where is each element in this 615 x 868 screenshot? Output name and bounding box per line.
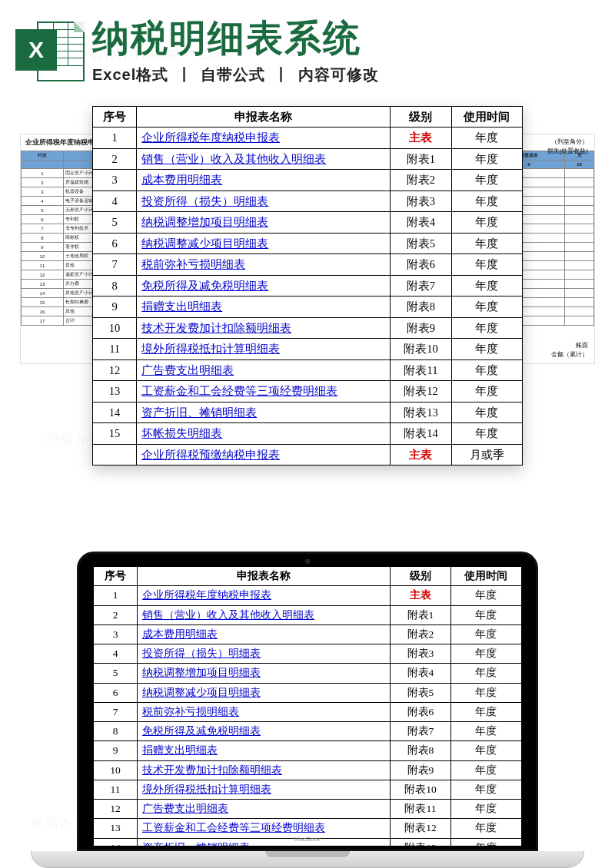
title-block: 纳税明细表系统 Excel格式 丨 自带公式 丨 内容可修改 <box>92 18 600 85</box>
report-link[interactable]: 境外所得税抵扣计算明细表 <box>142 784 271 795</box>
report-link[interactable]: 捐赠支出明细表 <box>141 300 222 313</box>
table-row: 12广告费支出明细表附表11年度 <box>93 359 523 380</box>
cell-seq: 2 <box>93 148 137 169</box>
cell-time: 年度 <box>450 605 521 624</box>
report-link[interactable]: 税前弥补亏损明细表 <box>141 258 245 270</box>
cell-time: 月或季 <box>451 444 522 465</box>
table-row: 12广告费支出明细表附表11年度 <box>94 800 522 819</box>
table-row: 3成本费用明细表附表2年度 <box>94 624 522 644</box>
report-link[interactable]: 广告费支出明细表 <box>141 364 234 376</box>
col-seq: 序号 <box>93 107 137 128</box>
cell-level: 附表9 <box>390 760 450 780</box>
cell-time: 年度 <box>450 644 521 664</box>
table-row: 2销售（营业）收入及其他收入明细表附表1年度 <box>93 148 523 169</box>
report-link[interactable]: 企业所得税年度纳税申报表 <box>142 589 271 601</box>
cell-name: 广告费支出明细表 <box>137 359 391 380</box>
report-link[interactable]: 销售（营业）收入及其他收入明细表 <box>141 153 326 165</box>
report-link[interactable]: 成本费用明细表 <box>141 174 222 186</box>
report-link[interactable]: 税前弥补亏损明细表 <box>142 706 239 717</box>
cell-seq: 12 <box>94 800 138 819</box>
report-link[interactable]: 资产折旧、摊销明细表 <box>141 406 257 419</box>
cell-seq: 2 <box>94 605 138 624</box>
cell-level: 附表13 <box>391 402 451 422</box>
report-link[interactable]: 资产折旧、摊销明细表 <box>142 842 250 846</box>
report-link[interactable]: 免税所得及减免税明细表 <box>142 725 261 737</box>
cell-level: 附表12 <box>390 819 450 838</box>
cell-level: 附表1 <box>390 605 450 624</box>
report-link[interactable]: 坏帐损失明细表 <box>141 427 222 439</box>
report-link[interactable]: 工资薪金和工会经费等三项经费明细表 <box>142 822 325 833</box>
table-row: 1企业所得税年度纳税申报表主表年度 <box>94 586 522 605</box>
bg-corner-text: （列至角分） <box>551 137 588 146</box>
table-row: 7税前弥补亏损明细表附表6年度 <box>94 702 522 721</box>
cell-seq: 14 <box>94 838 138 846</box>
cell-name: 投资所得（损失）明细表 <box>137 190 391 211</box>
report-link[interactable]: 技术开发费加计扣除额明细表 <box>141 322 291 334</box>
cell-time: 年度 <box>450 800 521 819</box>
cell-name: 资产折旧、摊销明细表 <box>137 402 391 422</box>
cell-name: 捐赠支出明细表 <box>137 297 391 317</box>
separator: 丨 <box>177 66 193 83</box>
cell-seq: 10 <box>93 317 137 338</box>
laptop-mockup: 序号 申报表名称 级别 使用时间 1企业所得税年度纳税申报表主表年度2销售（营业… <box>31 552 584 868</box>
table-row: 14资产折旧、摊销明细表附表13年度 <box>93 402 523 422</box>
cell-seq: 3 <box>93 170 137 190</box>
cell-name: 技术开发费加计扣除额明细表 <box>138 760 391 780</box>
cell-name: 企业所得税年度纳税申报表 <box>138 586 391 605</box>
report-link[interactable]: 技术开发费加计扣除额明细表 <box>142 764 282 776</box>
cell-seq: 11 <box>94 780 138 799</box>
cell-level: 附表2 <box>390 624 450 644</box>
report-link[interactable]: 企业所得税年度纳税申报表 <box>141 131 280 144</box>
report-link[interactable]: 广告费支出明细表 <box>142 803 228 814</box>
cell-name: 工资薪金和工会经费等三项经费明细表 <box>137 381 391 402</box>
bg-col-num <box>22 161 64 169</box>
bg-col-num: 10 <box>565 161 594 169</box>
cell-time: 年度 <box>451 254 522 275</box>
report-link[interactable]: 境外所得税抵扣计算明细表 <box>141 343 280 355</box>
bg-bottom-label: 账面 <box>576 341 588 350</box>
report-link[interactable]: 纳税调整增加项目明细表 <box>141 216 268 228</box>
cell-time: 年度 <box>451 381 522 402</box>
cell-time: 年度 <box>450 819 521 838</box>
bg-corner-text2: 损失(处置收益) <box>547 147 588 155</box>
cell-time: 年度 <box>450 780 521 799</box>
cell-seq: 5 <box>93 212 137 233</box>
report-link[interactable]: 纳税调整增加项目明细表 <box>142 667 261 678</box>
report-link[interactable]: 免税所得及减免税明细表 <box>141 280 268 292</box>
report-link[interactable]: 纳税调整减少项目明细表 <box>142 687 261 698</box>
table-row: 3成本费用明细表附表2年度 <box>93 170 523 190</box>
table-row: 11境外所得税抵扣计算明细表附表10年度 <box>93 339 523 359</box>
report-link[interactable]: 捐赠支出明细表 <box>142 744 218 756</box>
cell-level: 主表 <box>391 128 451 148</box>
report-link[interactable]: 成本费用明细表 <box>142 628 218 640</box>
report-link[interactable]: 工资薪金和工会经费等三项经费明细表 <box>141 385 337 397</box>
cell-level: 附表9 <box>391 317 451 338</box>
cell-level: 附表3 <box>390 644 450 664</box>
table-row: 企业所得税预缴纳税申报表主表月或季 <box>93 444 523 465</box>
table-row: 6纳税调整减少项目明细表附表5年度 <box>94 683 522 702</box>
cell-level: 附表8 <box>390 741 450 760</box>
cell-seq: 13 <box>94 819 138 838</box>
cell-time: 年度 <box>450 702 521 721</box>
cell-seq: 13 <box>93 381 137 402</box>
laptop-notch <box>265 851 350 857</box>
col-name: 申报表名称 <box>137 107 391 128</box>
cell-level: 附表7 <box>391 275 451 296</box>
cell-seq: 7 <box>94 702 138 721</box>
report-link[interactable]: 企业所得税预缴纳税申报表 <box>141 449 280 461</box>
cell-name: 广告费支出明细表 <box>138 800 391 819</box>
report-link[interactable]: 销售（营业）收入及其他收入明细表 <box>142 609 314 621</box>
col-level: 级别 <box>390 567 450 586</box>
cell-time: 年度 <box>450 722 521 741</box>
report-link[interactable]: 投资所得（损失）明细表 <box>142 648 261 659</box>
feature-item: 内容可修改 <box>298 66 379 83</box>
report-link[interactable]: 纳税调整减少项目明细表 <box>141 237 268 250</box>
cell-time: 年度 <box>450 586 521 605</box>
laptop-base <box>31 851 584 868</box>
table-row: 10技术开发费加计扣除额明细表附表9年度 <box>93 317 523 338</box>
cell-name: 纳税调整增加项目明细表 <box>138 664 391 683</box>
cell-time: 年度 <box>450 624 521 644</box>
laptop-camera-icon <box>305 558 311 564</box>
report-link[interactable]: 投资所得（损失）明细表 <box>141 195 268 207</box>
cell-level: 附表7 <box>390 722 450 741</box>
